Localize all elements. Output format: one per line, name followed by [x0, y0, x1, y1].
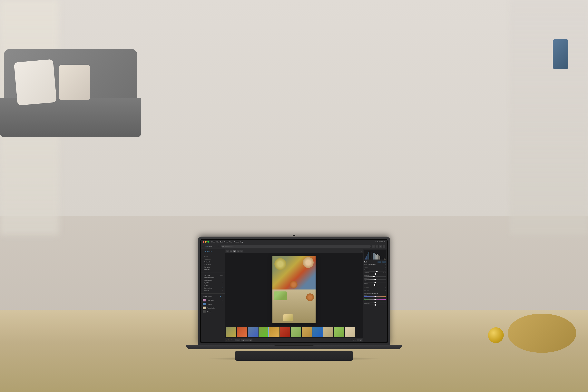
hdp-button[interactable]: HDP — [382, 261, 386, 263]
myprofile-label: My Profile — [204, 261, 210, 263]
whites-slider[interactable] — [364, 282, 386, 282]
grid-view-btn[interactable]: ⊞ — [226, 250, 229, 252]
add-photos-button[interactable]: + Add Photos — [201, 250, 224, 253]
zoom-dropdown[interactable]: ▾ — [357, 339, 359, 341]
saturation-thumb[interactable] — [374, 304, 376, 306]
filmstrip-thumb-4[interactable] — [258, 327, 269, 337]
album-options-icon[interactable]: ⋮ — [222, 296, 223, 298]
sidebar-item-recent-edits[interactable]: Recent Edits — [201, 279, 224, 282]
photo-appear-value[interactable]: As Shot — [371, 293, 376, 294]
profile-value[interactable]: Adobe Color — [368, 264, 376, 265]
exposure-slider[interactable] — [364, 271, 386, 272]
filmstrip-thumb-7[interactable] — [291, 327, 301, 337]
sidebar-item-myprofile[interactable]: My Profile — [201, 261, 224, 263]
star-4[interactable]: ★ — [231, 339, 232, 341]
filmstrip-thumb-1[interactable] — [226, 327, 236, 337]
sidebar-item-by-date[interactable]: By Date 4 — [201, 282, 224, 284]
filmstrip-thumb-9[interactable] — [312, 327, 322, 337]
layout-icon[interactable]: ▦ — [360, 339, 362, 341]
vibrance-slider[interactable] — [364, 302, 386, 302]
maximize-button[interactable] — [207, 241, 209, 243]
blacks-thumb[interactable] — [374, 284, 375, 286]
menu-window[interactable]: Window — [234, 241, 239, 243]
sort-icon[interactable]: ≡ — [376, 245, 378, 248]
star-5[interactable]: ★ — [232, 339, 234, 341]
photo-appear-dropdown[interactable]: ▾ — [377, 293, 378, 294]
highlights-slider[interactable] — [364, 276, 386, 277]
menu-view[interactable]: View — [229, 241, 232, 243]
filmstrip-thumb-5[interactable] — [269, 327, 280, 337]
forward-icon[interactable]: → — [217, 245, 220, 248]
search-bar[interactable]: Search all Photos — [221, 245, 371, 248]
menu-edit[interactable]: Edit — [220, 241, 223, 243]
back-icon[interactable]: ← — [213, 245, 216, 248]
album-presets[interactable]: Presets 40 — [201, 302, 224, 306]
cloud-tab[interactable]: Cloud — [206, 246, 208, 247]
album-tether[interactable]: Tether — [201, 310, 224, 314]
menu-photo[interactable]: Photo — [224, 241, 228, 243]
star-2[interactable]: ★ — [228, 339, 229, 341]
minimize-button[interactable] — [205, 241, 206, 243]
sidebar-item-recently-added[interactable]: Recently Added — [201, 276, 224, 279]
contrast-thumb[interactable] — [375, 273, 376, 274]
single-view-btn[interactable]: ▣ — [233, 250, 236, 252]
temp-thumb[interactable] — [374, 296, 376, 297]
light-expand-icon[interactable]: ▾ — [385, 266, 386, 268]
blacks-slider[interactable] — [364, 284, 386, 285]
album-thumb-tether — [203, 310, 206, 313]
sidebar-item-following[interactable]: Following — [201, 266, 224, 268]
temp-slider[interactable] — [364, 296, 386, 297]
exposure-thumb[interactable] — [376, 270, 378, 272]
copy-edit-settings-button[interactable]: Copy Edit Settings — [241, 339, 252, 341]
shadows-thumb[interactable] — [374, 279, 376, 280]
info-icon[interactable]: i — [382, 245, 385, 248]
whites-thumb[interactable] — [374, 282, 376, 283]
highlights-thumb[interactable] — [374, 276, 375, 277]
sidebar-item-connections[interactable]: Connections + — [201, 286, 224, 290]
menu-app[interactable]: Cloud — [211, 241, 215, 243]
filmstrip-thumb-6[interactable] — [280, 327, 290, 337]
album-rice-wedding[interactable]: Rice Wedding — [201, 306, 224, 310]
sidebar-item-featured[interactable]: Community — [201, 263, 224, 266]
curve-expand-icon[interactable]: ▾ — [385, 286, 386, 288]
sidebar-item-deleted[interactable]: Deleted 17 — [201, 290, 224, 292]
lightroom-toolbar: Lr Cloud Local ← → Search all Photos — [201, 244, 387, 249]
filmstrip-thumb-11[interactable] — [334, 327, 344, 337]
color-expand-icon[interactable]: ▾ — [385, 290, 386, 292]
close-button[interactable] — [203, 241, 204, 243]
filter-icon[interactable]: ▽ — [372, 245, 375, 248]
tint-thumb[interactable] — [374, 299, 376, 300]
shadows-slider[interactable] — [364, 279, 386, 280]
compare-view-btn[interactable]: ◫ — [237, 250, 240, 252]
macos-menubar: Cloud File Edit Photo View Window Help F… — [201, 240, 387, 244]
contrast-slider[interactable] — [364, 274, 386, 274]
detail-view-btn[interactable]: ▦ — [230, 250, 232, 252]
sidebar-item-people[interactable]: People — [201, 284, 224, 286]
sidebar-item-allphotos[interactable]: All Photos 5,246 — [201, 274, 224, 276]
sort-dropdown[interactable]: ↕ — [361, 250, 362, 252]
local-tab[interactable]: Local — [209, 246, 212, 247]
star-1[interactable]: ★ — [226, 339, 227, 341]
menu-help[interactable]: Help — [240, 241, 243, 243]
vibrance-thumb[interactable] — [374, 302, 376, 303]
crop-view-btn[interactable]: ⊡ — [240, 250, 243, 252]
filmstrip-thumb-3[interactable] — [248, 327, 258, 337]
share-icon[interactable]: ⇪ — [379, 245, 382, 248]
profile-dropdown[interactable]: ▾ — [386, 264, 386, 265]
add-album-icon[interactable]: + — [220, 296, 221, 298]
saturation-slider[interactable] — [364, 304, 386, 305]
filmstrip-thumb-12[interactable] — [345, 327, 355, 337]
filmstrip-thumb-10[interactable] — [323, 327, 334, 337]
auto-button[interactable]: Auto — [378, 261, 382, 263]
fit-value[interactable]: Fit 37 — [235, 339, 240, 341]
star-3[interactable]: ★ — [229, 339, 230, 341]
sidebar-item-learn[interactable]: Learn — [201, 255, 224, 258]
album-floral-class[interactable]: Floral Class 21 — [201, 298, 224, 302]
filmstrip-thumb-2[interactable] — [237, 327, 247, 337]
fit-label[interactable]: Fit — [351, 340, 352, 341]
filmstrip-thumb-8[interactable] — [302, 327, 312, 337]
menu-file[interactable]: File — [216, 241, 218, 243]
floral-count: 21 — [222, 300, 223, 301]
tint-slider[interactable] — [364, 299, 386, 300]
sidebar-item-remixes[interactable]: Remixes — [201, 268, 224, 271]
